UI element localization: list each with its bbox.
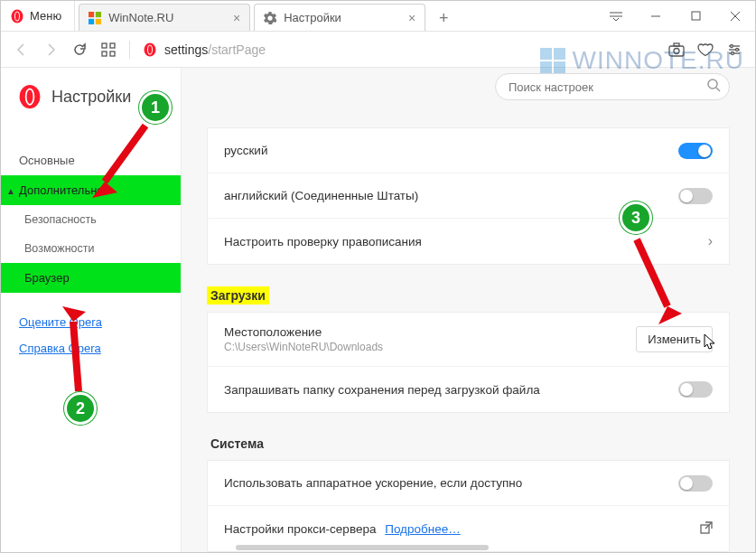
help-opera-link[interactable]: Справка Opera	[1, 335, 181, 361]
page-title: Настройки	[51, 88, 131, 107]
content: Настройки Основные ▲ Дополнительно Безоп…	[1, 68, 755, 553]
window-controls	[596, 1, 755, 31]
menu-label: Меню	[30, 9, 61, 23]
opera-icon	[143, 42, 157, 57]
svg-rect-14	[110, 43, 115, 48]
menu-button[interactable]: Меню	[1, 1, 75, 31]
svg-point-32	[708, 80, 717, 89]
horizontal-scrollbar[interactable]	[236, 545, 489, 550]
svg-point-2	[15, 12, 19, 20]
svg-rect-15	[102, 52, 107, 56]
system-card: Использовать аппаратное ускорение, если …	[207, 460, 730, 552]
downloads-title: Загрузки	[207, 286, 269, 305]
sidebar-header: Настройки	[1, 79, 181, 126]
sidebar-item-features[interactable]: Возможности	[1, 234, 181, 263]
lang-english-row: английский (Соединенные Штаты)	[208, 173, 729, 219]
svg-point-31	[27, 89, 33, 104]
speed-dial-button[interactable]	[100, 42, 117, 58]
sidebar: Настройки Основные ▲ Дополнительно Безоп…	[1, 68, 182, 553]
url-path: /startPage	[208, 42, 266, 57]
svg-line-33	[716, 88, 720, 91]
opera-icon	[10, 9, 24, 23]
svg-point-19	[148, 45, 152, 53]
tab-settings[interactable]: Настройки ×	[254, 4, 425, 31]
winnote-favicon	[89, 12, 101, 24]
easy-setup-icon[interactable]	[726, 42, 742, 58]
open-external-icon[interactable]	[700, 521, 713, 537]
tab-title: Настройки	[284, 11, 401, 24]
ask-before-download-row: Запрашивать папку сохранения перед загру…	[208, 367, 729, 412]
sidebar-item-basic[interactable]: Основные	[1, 145, 181, 175]
toolbar: settings/startPage	[1, 32, 755, 68]
address-bar[interactable]: settings/startPage	[143, 42, 656, 57]
download-location-row: Местоположение C:\Users\WinNoteRU\Downlo…	[208, 313, 729, 367]
svg-rect-22	[674, 43, 679, 46]
new-tab-button[interactable]: +	[431, 5, 456, 31]
svg-point-27	[736, 48, 739, 51]
titlebar: Меню WinNote.RU × Настройки × +	[1, 1, 755, 32]
lang-russian-toggle[interactable]	[678, 143, 713, 159]
hw-accel-row: Использовать аппаратное ускорение, если …	[208, 461, 729, 506]
spellcheck-row[interactable]: Настроить проверку правописания ›	[208, 219, 729, 264]
window-close-button[interactable]	[715, 1, 755, 32]
svg-rect-16	[110, 52, 115, 56]
change-location-button[interactable]: Изменить	[636, 326, 713, 352]
tab-strip: WinNote.RU × Настройки × +	[75, 1, 596, 31]
hw-accel-toggle[interactable]	[678, 475, 713, 492]
rate-opera-link[interactable]: Оцените Opera	[1, 309, 181, 335]
tabs-menu-button[interactable]	[596, 1, 636, 32]
tab-winnote[interactable]: WinNote.RU ×	[79, 4, 250, 31]
toolbar-divider	[129, 41, 130, 59]
snapshot-icon[interactable]	[668, 42, 685, 58]
lang-russian-row: русский	[208, 128, 729, 173]
bookmark-icon[interactable]	[697, 42, 714, 58]
sidebar-item-advanced[interactable]: ▲ Дополнительно	[1, 175, 181, 205]
tab-close-icon[interactable]: ×	[408, 11, 415, 25]
nav-forward-button[interactable]	[42, 42, 59, 58]
tab-close-icon[interactable]: ×	[233, 11, 240, 25]
reload-button[interactable]	[71, 42, 88, 58]
window-minimize-button[interactable]	[636, 1, 676, 32]
downloads-card: Местоположение C:\Users\WinNoteRU\Downlo…	[207, 312, 730, 413]
svg-point-26	[731, 44, 733, 47]
svg-rect-4	[96, 12, 101, 17]
svg-rect-5	[89, 18, 94, 23]
lang-english-toggle[interactable]	[678, 188, 713, 204]
mouse-cursor-icon	[703, 333, 717, 355]
sidebar-item-browser[interactable]: Браузер	[1, 263, 181, 293]
window-maximize-button[interactable]	[676, 1, 715, 32]
download-location-value: C:\Users\WinNoteRU\Downloads	[224, 341, 636, 353]
search-icon	[707, 79, 721, 95]
opera-icon	[17, 84, 42, 109]
url-scheme: settings	[164, 42, 208, 57]
proxy-learn-more-link[interactable]: Подробнее…	[385, 522, 461, 536]
chevron-up-icon: ▲	[6, 185, 15, 195]
gear-icon	[264, 12, 276, 24]
ask-before-download-toggle[interactable]	[678, 381, 713, 398]
system-title: Система	[207, 435, 267, 453]
svg-rect-13	[102, 43, 107, 48]
svg-rect-6	[96, 18, 101, 23]
svg-rect-10	[692, 12, 700, 20]
svg-point-21	[674, 48, 679, 53]
search-input[interactable]	[495, 73, 730, 100]
svg-rect-3	[89, 12, 94, 17]
svg-rect-20	[669, 46, 684, 56]
main-panel: русский английский (Соединенные Штаты) Н…	[182, 68, 755, 553]
tab-title: WinNote.RU	[108, 11, 226, 24]
svg-point-28	[732, 52, 734, 54]
chevron-right-icon: ›	[708, 233, 713, 249]
sidebar-item-security[interactable]: Безопасность	[1, 205, 181, 234]
nav-back-button[interactable]	[14, 42, 30, 58]
settings-search	[495, 73, 730, 100]
languages-card: русский английский (Соединенные Штаты) Н…	[207, 127, 730, 265]
